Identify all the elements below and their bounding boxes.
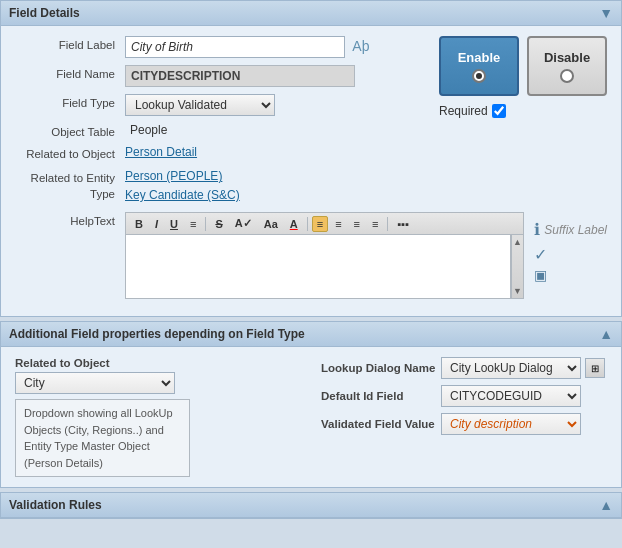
related-object-inner-label: Related to Object xyxy=(15,357,301,369)
validated-field-label: Validated Field Value xyxy=(321,418,441,430)
validated-field-row: Validated Field Value City description xyxy=(321,413,607,435)
toolbar-divider-2 xyxy=(307,217,308,231)
lookup-table-icon[interactable]: ⊞ xyxy=(585,358,605,378)
field-details-body: Field Label Aþ Field Name CITYDESCRIPTIO… xyxy=(1,26,621,316)
toolbar-align3-btn[interactable]: ≡ xyxy=(349,216,365,232)
validated-field-select[interactable]: City description xyxy=(441,413,581,435)
related-to-object-row: Related to Object Person Detail xyxy=(15,145,607,160)
city-select-row: City xyxy=(15,372,301,394)
enable-radio xyxy=(472,69,486,83)
picture-icon[interactable]: ▣ xyxy=(534,267,547,283)
validation-rules-collapse-icon[interactable]: ▲ xyxy=(599,497,613,513)
toolbar-divider-1 xyxy=(205,217,206,231)
scrollbar-up-icon[interactable]: ▲ xyxy=(513,235,522,247)
related-entity-type-values: Person (PEOPLE) Key Candidate (S&C) xyxy=(125,167,607,205)
validation-rules-panel: Validation Rules ▲ xyxy=(0,492,622,519)
suffix-label-area: ℹ Suffix Label ✓ ▣ xyxy=(524,212,607,283)
related-entity-type-row: Related to Entity Type Person (PEOPLE) K… xyxy=(15,167,607,205)
validation-rules-title: Validation Rules xyxy=(9,498,102,512)
object-table-value: People xyxy=(125,120,172,140)
required-row: Required xyxy=(439,104,506,118)
related-entity-type-label: Related to Entity Type xyxy=(15,167,125,202)
related-to-object-label: Related to Object xyxy=(15,145,125,160)
field-details-panel: Field Details ▼ Field Label Aþ Field Nam… xyxy=(0,0,622,317)
entity-type-value-1[interactable]: Person (PEOPLE) xyxy=(125,167,607,186)
toolbar-indent-btn[interactable]: ≡ xyxy=(185,216,201,232)
toolbar-align2-btn[interactable]: ≡ xyxy=(330,216,346,232)
required-label: Required xyxy=(439,104,488,118)
help-text-textarea[interactable] xyxy=(125,234,511,299)
toolbar-more-btn[interactable]: ▪▪▪ xyxy=(392,216,414,232)
required-checkbox[interactable] xyxy=(492,104,506,118)
suffix-info-row: ℹ Suffix Label xyxy=(534,220,607,239)
disable-button[interactable]: Disable xyxy=(527,36,607,96)
toolbar-underline-btn[interactable]: U xyxy=(165,216,183,232)
additional-properties-header: Additional Field properties depending on… xyxy=(1,322,621,347)
help-text-toolbar: B I U ≡ S A✓ Aa A ≡ ≡ ≡ ≡ xyxy=(125,212,524,234)
help-text-row: HelpText B I U ≡ S A✓ Aa A ≡ ≡ xyxy=(15,212,607,299)
info-circle-icon: ℹ xyxy=(534,220,540,239)
additional-content-row: Related to Object City Dropdown showing … xyxy=(15,357,607,477)
enable-label: Enable xyxy=(458,50,501,65)
city-select[interactable]: City xyxy=(15,372,175,394)
related-to-object-value-area: Person Detail xyxy=(125,145,607,159)
help-text-label: HelpText xyxy=(15,212,125,227)
additional-right-col: Lookup Dialog Name City LookUp Dialog ⊞ … xyxy=(321,357,607,441)
additional-properties-panel: Additional Field properties depending on… xyxy=(0,321,622,488)
toolbar-fontname-btn[interactable]: Aa xyxy=(259,216,283,232)
ap-icon[interactable]: Aþ xyxy=(348,38,369,54)
checkmark-icon[interactable]: ✓ xyxy=(534,245,547,264)
object-table-value-area: People xyxy=(125,123,607,137)
default-id-select[interactable]: CITYCODEGUID xyxy=(441,385,581,407)
lookup-dialog-select[interactable]: City LookUp Dialog xyxy=(441,357,581,379)
enable-disable-area: Enable Disable Required xyxy=(439,36,607,118)
lookup-dialog-label: Lookup Dialog Name xyxy=(321,362,441,374)
toolbar-fontsize-btn[interactable]: A✓ xyxy=(230,215,257,232)
field-details-collapse-icon[interactable]: ▼ xyxy=(599,5,613,21)
field-name-label: Field Name xyxy=(15,65,125,80)
additional-properties-body: Related to Object City Dropdown showing … xyxy=(1,347,621,487)
additional-left-col: Related to Object City Dropdown showing … xyxy=(15,357,301,477)
related-object-info-box: Dropdown showing all LookUp Objects (Cit… xyxy=(15,399,190,477)
field-type-select[interactable]: Lookup Validated xyxy=(125,94,275,116)
toolbar-bold-btn[interactable]: B xyxy=(130,216,148,232)
field-label-label: Field Label xyxy=(15,36,125,51)
disable-radio xyxy=(560,69,574,83)
disable-label: Disable xyxy=(544,50,590,65)
toolbar-color-btn[interactable]: A xyxy=(285,216,303,232)
field-type-label: Field Type xyxy=(15,94,125,109)
suffix-label-text: Suffix Label xyxy=(544,223,607,237)
object-table-label: Object Table xyxy=(15,123,125,138)
toolbar-align1-btn[interactable]: ≡ xyxy=(312,216,328,232)
field-name-value: CITYDESCRIPTION xyxy=(125,65,355,87)
enable-button[interactable]: Enable xyxy=(439,36,519,96)
additional-properties-collapse-icon[interactable]: ▲ xyxy=(599,326,613,342)
validation-rules-header: Validation Rules ▲ xyxy=(1,493,621,518)
field-details-title: Field Details xyxy=(9,6,80,20)
default-id-label: Default Id Field xyxy=(321,390,441,402)
help-text-scrollbar[interactable]: ▲ ▼ xyxy=(511,234,525,299)
additional-properties-title: Additional Field properties depending on… xyxy=(9,327,305,341)
help-text-editor-wrapper: ▲ ▼ xyxy=(125,234,524,299)
scrollbar-down-icon[interactable]: ▼ xyxy=(513,286,522,298)
toolbar-divider-3 xyxy=(387,217,388,231)
enable-disable-buttons: Enable Disable xyxy=(439,36,607,96)
toolbar-strike-btn[interactable]: S xyxy=(210,216,227,232)
toolbar-align4-btn[interactable]: ≡ xyxy=(367,216,383,232)
lookup-dialog-controls: City LookUp Dialog ⊞ xyxy=(441,357,605,379)
help-text-editor-area: B I U ≡ S A✓ Aa A ≡ ≡ ≡ ≡ xyxy=(125,212,524,299)
toolbar-italic-btn[interactable]: I xyxy=(150,216,163,232)
suffix-icons: ✓ ▣ xyxy=(534,245,547,283)
lookup-dialog-row: Lookup Dialog Name City LookUp Dialog ⊞ xyxy=(321,357,607,379)
field-label-input[interactable] xyxy=(125,36,345,58)
related-to-object-value[interactable]: Person Detail xyxy=(125,145,197,159)
entity-type-value-2[interactable]: Key Candidate (S&C) xyxy=(125,186,607,205)
default-id-row: Default Id Field CITYCODEGUID xyxy=(321,385,607,407)
object-table-row: Object Table People xyxy=(15,123,607,138)
field-details-header: Field Details ▼ xyxy=(1,1,621,26)
